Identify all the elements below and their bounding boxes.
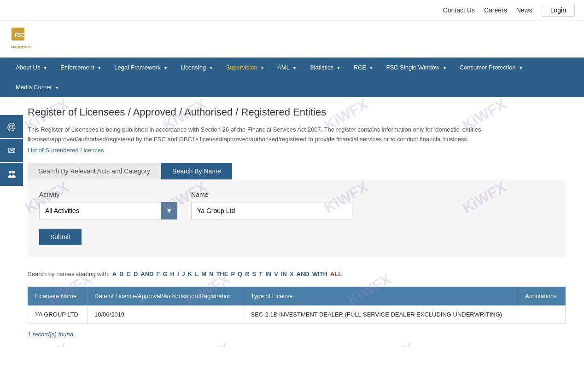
- alpha-link-and1[interactable]: AND: [140, 271, 153, 277]
- name-input[interactable]: [191, 202, 352, 219]
- surrendered-link[interactable]: List of Surrendered Licences: [28, 147, 566, 154]
- main-content: KìWFX KìWFX KìWFX KìWFX KìWFX KìWFX KìWF…: [0, 97, 584, 347]
- name-label: Name: [191, 191, 352, 198]
- results-table: Licensee Name Date of Licence/Approval/A…: [28, 287, 566, 324]
- col-licensee-name: Licensee Name: [28, 287, 88, 305]
- header: FSC MAURITIUS: [0, 21, 584, 58]
- alpha-link-c[interactable]: C: [127, 271, 131, 277]
- nav-arrow: ▼: [164, 66, 168, 70]
- alpha-link-n[interactable]: N: [209, 271, 213, 277]
- activity-label: Activity: [39, 191, 177, 198]
- svg-point-4: [9, 171, 12, 173]
- alpha-link-the[interactable]: THE: [216, 271, 228, 277]
- nav-arrow: ▼: [443, 66, 447, 70]
- svg-point-5: [12, 171, 15, 173]
- alpha-link-j[interactable]: J: [182, 271, 185, 277]
- alpha-link-m[interactable]: M: [201, 271, 206, 277]
- nav-item-consumer[interactable]: Consumer Protection ▼: [453, 58, 530, 77]
- nav-arrow: ▼: [260, 66, 264, 70]
- contact-us-link[interactable]: Contact Us: [443, 6, 475, 14]
- alpha-link-and2[interactable]: AND: [297, 271, 310, 277]
- nav-arrow: ▼: [43, 66, 47, 70]
- login-button[interactable]: Login: [542, 4, 575, 17]
- alpha-link-x[interactable]: X: [290, 271, 294, 277]
- nav-arrow: ▼: [337, 66, 341, 70]
- alpha-link-in1[interactable]: IN: [265, 271, 271, 277]
- nav-item-legal[interactable]: Legal Framework ▼: [108, 58, 174, 77]
- col-annotations: Annotations: [518, 287, 566, 305]
- alpha-link-t[interactable]: T: [259, 271, 263, 277]
- nav-item-licensing[interactable]: Licensing ▼: [174, 58, 219, 77]
- nav-arrow: ▼: [97, 66, 101, 70]
- alpha-link-p[interactable]: P: [231, 271, 235, 277]
- alpha-link-q[interactable]: Q: [238, 271, 242, 277]
- activity-select[interactable]: All Activities Banking Insurance Securit…: [39, 202, 177, 219]
- main-nav: About Us ▼ Enforcement ▼ Legal Framework…: [0, 58, 584, 97]
- alpha-link-v[interactable]: V: [274, 271, 278, 277]
- top-bar: Contact Us Careers News Login: [0, 0, 584, 21]
- table-header-row: Licensee Name Date of Licence/Approval/A…: [28, 287, 566, 305]
- search-tabs: Search By Relevant Acts and Category Sea…: [28, 163, 566, 179]
- alpha-prompt: Search by names starting with:: [28, 271, 110, 277]
- svg-text:MAURITIUS: MAURITIUS: [11, 45, 31, 49]
- alpha-link-g[interactable]: G: [163, 271, 167, 277]
- alpha-link-all[interactable]: ALL: [330, 271, 342, 277]
- cell-annotations: [518, 305, 566, 323]
- alpha-link-a[interactable]: A: [112, 271, 117, 277]
- alpha-link-d[interactable]: D: [134, 271, 138, 277]
- nav-item-about[interactable]: About Us ▼: [9, 58, 54, 77]
- nav-item-media[interactable]: Media Corner ▼: [9, 77, 65, 97]
- nav-item-fsc[interactable]: FSC Single Window ▼: [380, 58, 453, 77]
- alpha-link-with[interactable]: WITH: [312, 271, 327, 277]
- alpha-link-r[interactable]: R: [245, 271, 249, 277]
- alpha-link-b[interactable]: B: [119, 271, 123, 277]
- careers-link[interactable]: Careers: [484, 6, 507, 14]
- alpha-link-i[interactable]: I: [177, 271, 179, 277]
- logo[interactable]: FSC MAURITIUS: [9, 25, 41, 53]
- nav-arrow: ▼: [55, 86, 59, 90]
- newsletter-sidebar-icon[interactable]: ✉: [0, 139, 23, 162]
- alpha-link-l[interactable]: L: [195, 271, 199, 277]
- tab-search-by-name[interactable]: Search By Name: [161, 163, 232, 179]
- tab-search-by-acts[interactable]: Search By Relevant Acts and Category: [28, 163, 161, 179]
- nav-arrow: ▼: [519, 66, 523, 70]
- news-link[interactable]: News: [516, 6, 532, 14]
- svg-text:FSC: FSC: [15, 32, 25, 38]
- form-row: Activity All Activities Banking Insuranc…: [39, 191, 554, 219]
- left-sidebar: @ ✉: [0, 115, 23, 186]
- table-row: YA GROUP LTD 10/06/2019 SEC-2.1B INVESTM…: [28, 305, 566, 323]
- alpha-search: Search by names starting with: A B C D A…: [28, 271, 566, 277]
- alpha-link-f[interactable]: F: [156, 271, 160, 277]
- nav-arrow: ▼: [292, 66, 297, 70]
- nav-arrow: ▼: [209, 66, 213, 70]
- nav-item-rce[interactable]: RCE ▼: [347, 58, 380, 77]
- svg-point-7: [11, 175, 16, 178]
- alpha-link-h[interactable]: H: [170, 271, 175, 277]
- col-date: Date of Licence/Approval/Authorisation/R…: [88, 287, 244, 305]
- community-sidebar-icon[interactable]: [0, 163, 23, 186]
- name-group: Name: [191, 191, 352, 219]
- cell-date: 10/06/2019: [88, 305, 244, 323]
- cell-license-type: SEC-2.1B INVESTMENT DEALER (FULL SERVICE…: [244, 305, 518, 323]
- alpha-link-k[interactable]: K: [188, 271, 192, 277]
- col-type-of-license: Type of License: [244, 287, 518, 305]
- search-form: Activity All Activities Banking Insuranc…: [28, 179, 566, 257]
- cell-licensee-name: YA GROUP LTD: [28, 305, 88, 323]
- nav-arrow: ▼: [369, 66, 374, 70]
- alpha-link-s[interactable]: S: [252, 271, 257, 277]
- submit-button[interactable]: Submit: [39, 229, 82, 245]
- page-description: This Register of Licensees is being publ…: [28, 125, 566, 144]
- nav-item-aml[interactable]: AML ▼: [271, 58, 303, 77]
- nav-item-supervision[interactable]: Supervision ▼: [220, 58, 271, 77]
- records-found: 1 record(s) found.: [28, 331, 566, 338]
- alpha-link-in2[interactable]: IN: [281, 271, 287, 277]
- nav-item-statistics[interactable]: Statistics ▼: [303, 58, 347, 77]
- email-sidebar-icon[interactable]: @: [0, 115, 23, 138]
- activity-group: Activity All Activities Banking Insuranc…: [39, 191, 177, 219]
- page-title: Register of Licensees / Approved / Autho…: [28, 106, 566, 118]
- activity-select-wrapper: All Activities Banking Insurance Securit…: [39, 202, 177, 219]
- nav-item-enforcement[interactable]: Enforcement ▼: [54, 58, 108, 77]
